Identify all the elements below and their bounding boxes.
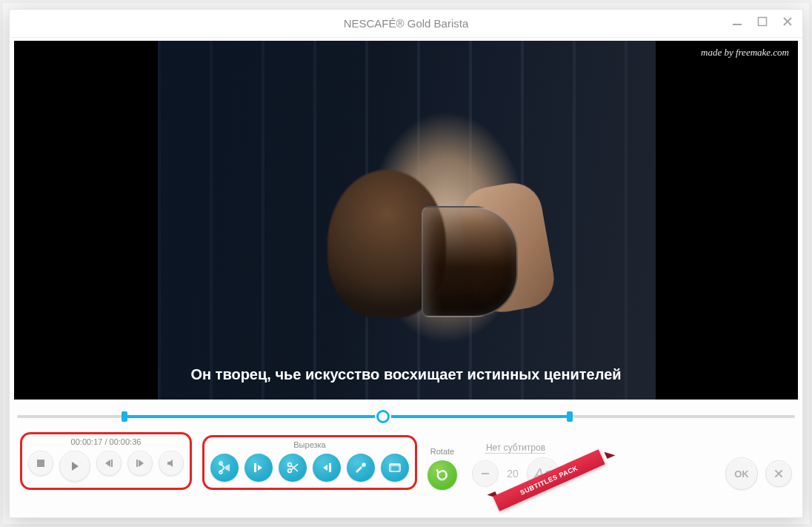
stop-icon (36, 459, 45, 468)
scissors-button[interactable] (279, 454, 307, 482)
svg-rect-7 (254, 463, 256, 472)
cancel-button[interactable] (765, 460, 792, 487)
minimize-button[interactable] (727, 13, 748, 30)
cut-clip-icon (354, 461, 367, 474)
prev-frame-button[interactable] (96, 451, 122, 476)
play-button[interactable] (59, 451, 90, 482)
rotate-group: Rotate (427, 447, 457, 490)
title-bar: NESCAFÉ® Gold Barista (10, 10, 802, 38)
minus-icon (480, 468, 490, 479)
film-icon (388, 461, 402, 474)
cut-pointer-button[interactable] (210, 454, 239, 482)
subtitles-link[interactable]: Нет субтитров (486, 443, 545, 453)
playback-time-label: 00:00:17 / 00:00:36 (28, 437, 184, 448)
playback-group: 00:00:17 / 00:00:36 (20, 432, 192, 490)
selection-start-handle[interactable] (122, 411, 127, 422)
font-decrease-button[interactable] (472, 460, 499, 487)
close-icon (773, 468, 784, 479)
svg-rect-2 (37, 460, 44, 467)
subtitles-group: Нет субтитров 20 Aa SUBTITLES PACK (472, 443, 559, 490)
dialog-actions: OK (725, 457, 792, 490)
next-frame-icon (135, 459, 145, 468)
svg-rect-10 (329, 463, 331, 472)
watermark-text: made by freemake.com (701, 47, 789, 59)
prev-frame-icon (104, 459, 114, 468)
cut-pointer-icon (218, 461, 231, 474)
editor-window: NESCAFÉ® Gold Barista made by freemake.c… (9, 9, 803, 518)
mark-in-button[interactable] (244, 454, 273, 482)
close-window-button[interactable] (777, 13, 798, 30)
rotate-label: Rotate (430, 447, 454, 457)
video-viewport[interactable]: made by freemake.com Он творец, чье иску… (14, 41, 798, 400)
font-size-cluster: 20 Aa SUBTITLES PACK (472, 457, 559, 490)
svg-rect-0 (733, 24, 742, 25)
ok-label: OK (734, 468, 749, 480)
volume-button[interactable] (159, 451, 184, 476)
cut-group-label: Вырезка (210, 440, 409, 451)
timeline[interactable] (17, 411, 795, 422)
rotate-ccw-icon (435, 468, 450, 483)
window-title: NESCAFÉ® Gold Barista (344, 17, 469, 30)
svg-rect-14 (482, 473, 489, 474)
svg-rect-4 (136, 460, 138, 467)
mark-in-icon (252, 461, 265, 474)
subtitle-overlay: Он творец, чье искусство восхищает истин… (14, 366, 798, 383)
svg-rect-1 (759, 18, 767, 26)
font-size-value: 20 (505, 468, 521, 480)
svg-rect-3 (111, 460, 113, 467)
scissors-icon (286, 461, 299, 474)
playhead-knob[interactable] (376, 410, 390, 423)
ok-button[interactable]: OK (725, 457, 758, 490)
video-frame-image (158, 41, 656, 400)
timeline-selection[interactable] (124, 415, 570, 418)
minimize-icon (732, 16, 742, 27)
film-button[interactable] (381, 454, 409, 482)
aa-icon: Aa (534, 465, 552, 483)
mark-out-icon (320, 461, 333, 474)
rotate-button[interactable] (427, 460, 457, 490)
mark-out-button[interactable] (313, 454, 341, 482)
next-frame-button[interactable] (127, 451, 153, 476)
stop-button[interactable] (28, 451, 53, 476)
cut-clip-button[interactable] (347, 454, 375, 482)
selection-end-handle[interactable] (567, 411, 573, 422)
timeline-area (10, 400, 802, 428)
controls-row: 00:00:17 / 00:00:36 (10, 428, 802, 502)
window-controls (727, 13, 798, 30)
close-icon (782, 16, 793, 27)
maximize-icon (757, 16, 768, 27)
volume-icon (166, 458, 176, 468)
cut-group: Вырезка (202, 435, 417, 490)
maximize-button[interactable] (752, 13, 773, 30)
font-style-button[interactable]: Aa (527, 457, 559, 490)
play-icon (69, 460, 81, 472)
